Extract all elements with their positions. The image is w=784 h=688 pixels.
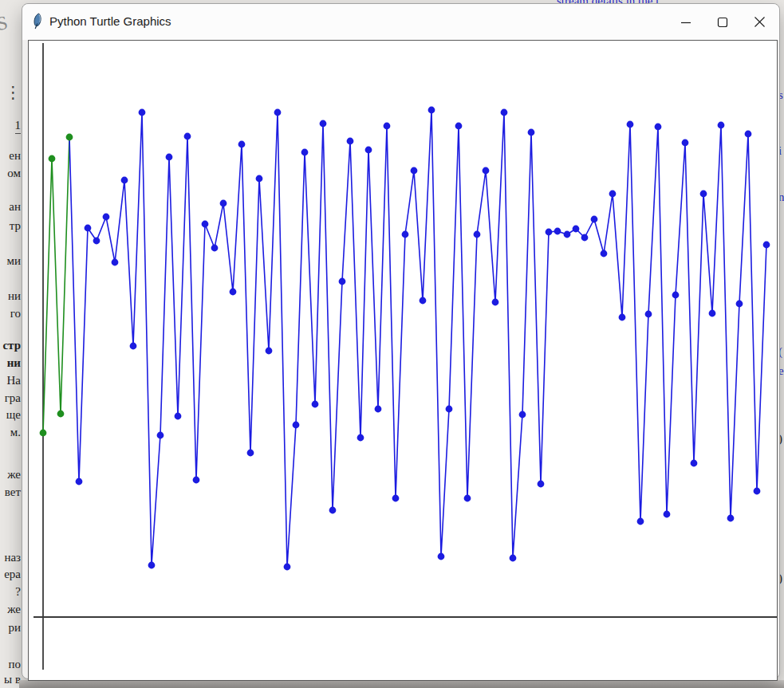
- blue-data-point: [220, 200, 227, 207]
- turtle-canvas: [28, 40, 778, 681]
- blue-data-point: [329, 507, 337, 514]
- blue-data-point: [474, 231, 481, 238]
- blue-data-point: [347, 138, 354, 145]
- blue-data-point: [130, 343, 137, 350]
- blue-data-point: [501, 109, 508, 116]
- close-button[interactable]: [741, 4, 778, 40]
- blue-data-point: [76, 478, 83, 486]
- blue-data-point: [247, 450, 254, 457]
- green-polyline: [43, 137, 69, 433]
- blue-data-point: [139, 109, 146, 116]
- blue-data-point: [402, 231, 409, 238]
- blue-data-point: [554, 228, 561, 235]
- blue-data-point: [546, 229, 553, 236]
- blue-data-point: [519, 411, 526, 419]
- blue-data-point: [564, 231, 571, 238]
- blue-data-point: [601, 250, 608, 258]
- green-data-point: [57, 411, 65, 418]
- blue-data-point: [672, 292, 680, 299]
- blue-data-point: [645, 311, 652, 318]
- blue-data-point: [339, 278, 346, 285]
- blue-data-point: [655, 124, 662, 131]
- blue-data-point: [157, 432, 164, 439]
- blue-data-point: [184, 133, 191, 140]
- blue-data-point: [357, 434, 364, 442]
- blue-data-point: [175, 413, 182, 420]
- green-data-point: [49, 155, 56, 163]
- blue-data-point: [446, 406, 453, 413]
- blue-data-point: [528, 129, 535, 136]
- blue-data-point: [718, 122, 725, 129]
- maximize-button[interactable]: [704, 4, 741, 40]
- blue-data-point: [256, 175, 263, 183]
- blue-data-point: [93, 238, 100, 245]
- blue-data-point: [627, 121, 634, 128]
- maximize-icon: [716, 16, 729, 29]
- blue-data-point: [464, 495, 471, 502]
- desktop: { "window": { "title": "Python Turtle Gr…: [0, 0, 784, 688]
- green-data-point: [66, 134, 73, 141]
- blue-data-point: [619, 314, 626, 321]
- blue-data-point: [166, 154, 173, 161]
- blue-data-point: [538, 481, 545, 488]
- blue-data-point: [365, 147, 372, 154]
- blue-data-point: [284, 564, 291, 571]
- blue-data-point: [763, 242, 770, 249]
- blue-data-point: [375, 406, 382, 413]
- turtle-chart-svg: [29, 41, 777, 680]
- turtle-graphics-window: Python Turtle Graphics: [22, 3, 780, 679]
- blue-data-point: [664, 511, 671, 518]
- blue-data-point: [411, 167, 418, 175]
- blue-polyline: [69, 110, 766, 567]
- blue-data-point: [736, 301, 743, 308]
- blue-data-point: [266, 348, 273, 355]
- blue-data-point: [420, 297, 427, 305]
- background-bottom-scroll-strip: [19, 680, 784, 688]
- blue-data-point: [211, 245, 219, 252]
- minimize-icon: [680, 16, 692, 29]
- blue-data-point: [573, 226, 580, 233]
- blue-data-point: [727, 515, 735, 522]
- blue-data-point: [428, 107, 435, 114]
- blue-data-point: [455, 123, 463, 130]
- blue-data-point: [301, 149, 309, 156]
- window-title: Python Turtle Graphics: [49, 14, 171, 28]
- blue-data-point: [193, 477, 200, 484]
- blue-data-point: [637, 518, 644, 525]
- blue-data-point: [691, 460, 698, 467]
- blue-data-point: [682, 140, 689, 147]
- tk-feather-icon: [30, 13, 44, 29]
- green-data-point: [40, 430, 47, 437]
- window-controls: [668, 4, 778, 40]
- blue-data-point: [112, 259, 119, 266]
- blue-data-point: [85, 225, 92, 232]
- blue-data-point: [121, 177, 128, 184]
- blue-data-point: [754, 488, 761, 495]
- blue-data-point: [312, 401, 319, 408]
- blue-data-point: [745, 131, 752, 138]
- minimize-button[interactable]: [668, 4, 704, 40]
- blue-data-point: [709, 310, 716, 317]
- close-icon: [753, 15, 766, 29]
- blue-data-point: [581, 234, 589, 242]
- blue-data-point: [148, 562, 156, 569]
- blue-data-point: [700, 191, 707, 198]
- blue-data-point: [438, 553, 445, 560]
- blue-data-point: [510, 555, 517, 562]
- blue-data-point: [591, 216, 598, 223]
- blue-data-point: [492, 299, 499, 306]
- blue-data-point: [274, 109, 282, 116]
- blue-data-point: [483, 167, 490, 175]
- blue-data-point: [103, 214, 110, 221]
- blue-data-point: [384, 123, 391, 130]
- blue-data-point: [293, 422, 300, 429]
- window-titlebar[interactable]: Python Turtle Graphics: [22, 4, 779, 40]
- blue-data-point: [320, 120, 327, 128]
- blue-data-point: [392, 495, 400, 502]
- blue-data-point: [238, 141, 246, 148]
- blue-data-point: [609, 191, 617, 198]
- blue-data-point: [202, 221, 209, 228]
- blue-data-point: [230, 289, 237, 296]
